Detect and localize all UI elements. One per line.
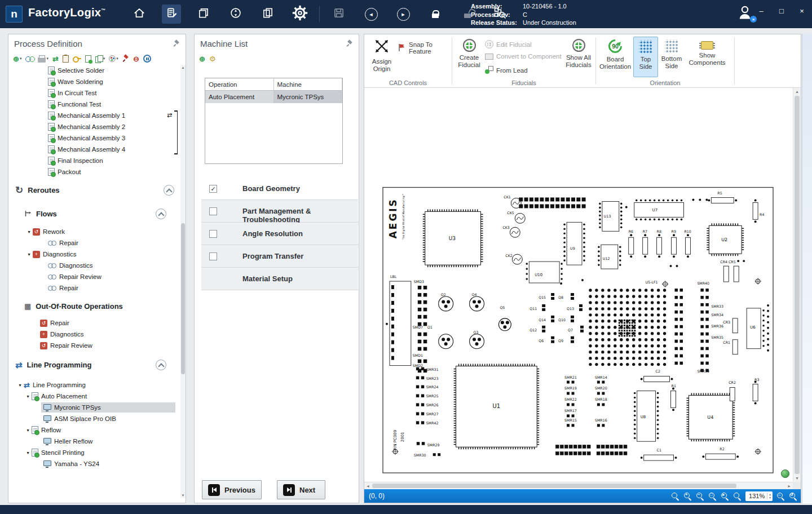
scroll-up-arrow[interactable]: ▴ — [180, 65, 186, 70]
step-program-transfer[interactable]: Program Transfer — [201, 245, 358, 268]
tree-item-heller-reflow[interactable]: Heller Reflow — [8, 436, 179, 447]
tree-item-mycronic-tpsys[interactable]: Mycronic TPSys — [8, 402, 179, 413]
bottom-side-button[interactable]: Bottom Side — [659, 37, 684, 77]
process-panel-scrollbar[interactable]: ▴ ▾ — [180, 65, 186, 498]
save-button[interactable] — [329, 5, 348, 24]
oor-item-repair-review[interactable]: ↺Repair Review — [8, 340, 179, 351]
link-route-button[interactable] — [25, 54, 34, 64]
zoom-in-icon[interactable]: + — [683, 492, 692, 500]
column-header-machine[interactable]: Machine — [274, 78, 343, 91]
tree-item-operation[interactable]: Mechanical Assembly 2 — [8, 121, 179, 132]
undo-button[interactable]: ◂ — [361, 5, 381, 24]
zoom-out-icon[interactable]: − — [696, 492, 704, 500]
tree-item-operation[interactable]: Packout — [8, 166, 179, 178]
edit-fiducial-button[interactable]: Edit Fiducial — [485, 40, 532, 48]
previous-button[interactable]: Previous — [202, 480, 262, 499]
show-all-fiducials-button[interactable]: Show All Fiducials — [564, 39, 593, 69]
print-button[interactable]: ▾ — [38, 54, 48, 64]
zoom-window-icon[interactable]: □ — [708, 492, 717, 500]
tree-item-asm-siplace[interactable]: ASM Siplace Pro OIB — [8, 413, 179, 424]
pan-icon[interactable] — [733, 492, 742, 500]
tree-item-operation[interactable]: Mechanical Assembly 4 — [8, 144, 179, 155]
zoom-page-icon[interactable] — [671, 492, 679, 500]
copy-operation-button[interactable]: ▾ — [95, 54, 105, 64]
convert-to-component-button[interactable]: Convert to Component — [485, 53, 562, 60]
board-orientation-button[interactable]: 90 Board Orientation — [599, 39, 631, 70]
tree-item-operation[interactable]: Selective Solder — [8, 65, 179, 76]
step-angle-resolution[interactable]: Angle Resolution — [201, 223, 358, 245]
machine-table-row[interactable]: Auto Placement Mycronic TPSys — [205, 91, 342, 103]
collapse-chevron-button[interactable] — [156, 209, 166, 219]
user-button[interactable]: × — [736, 5, 756, 24]
navigator-button[interactable] — [226, 5, 245, 24]
lock-button[interactable] — [426, 5, 445, 24]
reports-button[interactable] — [258, 5, 277, 24]
scrollbar-thumb[interactable] — [372, 484, 736, 488]
assign-origin-button[interactable]: Assign Origin — [368, 39, 396, 73]
checkbox-unchecked[interactable] — [209, 252, 217, 260]
redo-button[interactable]: ▸ — [394, 5, 413, 24]
expander-icon[interactable]: ▾ — [24, 450, 32, 455]
canvas-horizontal-scrollbar[interactable]: ◂ ▸ — [364, 482, 793, 489]
add-operation-button[interactable]: ⊕▾ — [13, 54, 21, 64]
reroutes-section-header[interactable]: ↻ Reroutes — [8, 182, 180, 198]
step-material-setup[interactable]: Material Setup — [201, 268, 358, 290]
format-button[interactable]: ▾ — [109, 54, 118, 64]
snap-to-feature-button[interactable]: Snap To Feature — [397, 41, 452, 55]
pin-icon[interactable] — [174, 40, 180, 47]
step-part-management[interactable]: Part Management & Troubleshooting — [201, 200, 358, 223]
tree-item-operation[interactable]: Final Inspection — [8, 155, 179, 166]
zoom-spinner[interactable]: ▴▾ — [767, 493, 771, 499]
permissions-button[interactable] — [73, 54, 81, 64]
scroll-up-arrow[interactable]: ▴ — [793, 89, 801, 94]
pcb-canvas-viewport[interactable]: AEGISThe Digital Mind of Manufacturing™L… — [364, 88, 793, 482]
hold-point-button[interactable] — [143, 54, 151, 64]
zoom-selection-icon[interactable]: ▸ — [721, 492, 729, 500]
expander-icon[interactable]: ▾ — [16, 383, 24, 388]
tree-item-operation[interactable]: In Circuit Test — [8, 87, 179, 99]
scroll-right-arrow[interactable]: ▸ — [785, 482, 793, 489]
settings-button[interactable] — [290, 5, 310, 24]
tree-item-operation[interactable]: Mechanical Assembly 3 — [8, 132, 179, 144]
tree-item-repair[interactable]: Repair — [8, 282, 179, 294]
tree-item-reflow[interactable]: ▾Reflow — [8, 424, 179, 436]
add-machine-button[interactable]: ⊕ — [199, 54, 205, 64]
paste-button[interactable] — [63, 54, 69, 64]
process-definition-button[interactable] — [162, 5, 181, 24]
tree-item-operation[interactable]: Functional Test — [8, 99, 179, 110]
tree-item-rework[interactable]: ▾↺Rework — [8, 226, 179, 237]
expander-icon[interactable]: ▾ — [25, 252, 33, 257]
oor-item-repair[interactable]: ↺Repair — [8, 317, 179, 329]
expander-icon[interactable]: ▾ — [24, 428, 32, 433]
from-lead-button[interactable]: From Lead — [485, 66, 528, 74]
machine-settings-button[interactable]: ⚙ — [209, 54, 216, 64]
pcb-drawing[interactable]: AEGISThe Digital Mind of Manufacturing™L… — [364, 88, 793, 482]
scroll-down-arrow[interactable]: ▾ — [180, 493, 186, 498]
flows-section-header[interactable]: Flows — [8, 206, 180, 222]
tree-item-auto-placement[interactable]: ▾Auto Placement — [8, 391, 179, 402]
zoom-previous-icon[interactable]: ↺ — [789, 492, 797, 500]
canvas-vertical-scrollbar[interactable]: ▴ ▾ — [793, 88, 801, 482]
tree-item-diagnostics[interactable]: ▾+Diagnostics — [8, 249, 179, 260]
close-button[interactable]: × — [796, 7, 807, 15]
zoom-extents-icon[interactable]: ⌂ — [776, 492, 785, 500]
tree-item-operation[interactable]: Wave Soldering — [8, 76, 179, 87]
tree-item-operation[interactable]: Mechanical Assembly 1 — [8, 110, 179, 121]
step-board-geometry[interactable]: ✓ Board Geometry — [201, 178, 358, 200]
materials-button[interactable] — [194, 5, 213, 24]
tree-item-line-programming[interactable]: ▾⇄Line Programming — [8, 379, 179, 391]
home-button[interactable] — [130, 5, 149, 24]
tree-item-yamaha-ys24[interactable]: Yamaha - YS24 — [8, 458, 179, 469]
tree-item-diagnostics-child[interactable]: Diagnostics — [8, 260, 179, 271]
checkbox-checked[interactable]: ✓ — [209, 185, 217, 193]
line-programming-section-header[interactable]: ⇄ Line Programming — [8, 357, 180, 373]
scrollbar-thumb[interactable] — [181, 223, 185, 374]
expander-icon[interactable]: ▾ — [25, 229, 33, 234]
tree-item-stencil-printing[interactable]: ▾Stencil Printing — [8, 447, 179, 458]
next-button[interactable]: Next — [277, 480, 325, 499]
minimize-button[interactable]: – — [756, 7, 767, 15]
tree-item-repair-review[interactable]: Repair Review — [8, 271, 179, 282]
operation-settings-button[interactable] — [85, 54, 91, 64]
zoom-level-input[interactable]: 131% ▴▾ — [745, 491, 773, 501]
column-header-operation[interactable]: Operation — [205, 78, 274, 91]
